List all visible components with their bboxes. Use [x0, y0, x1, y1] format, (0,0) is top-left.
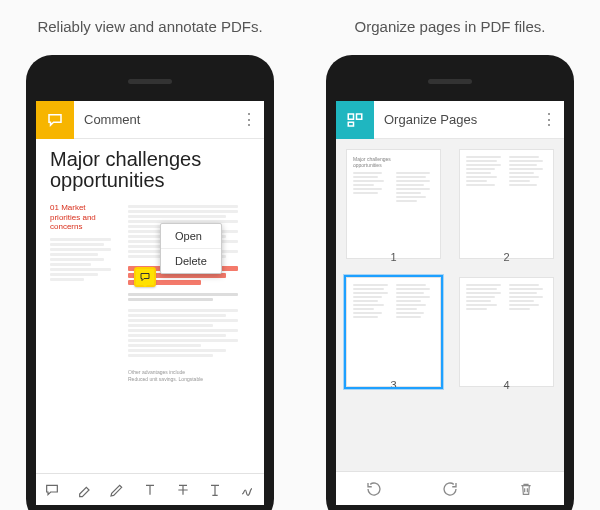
overflow-menu-icon[interactable]: ⋮	[534, 110, 564, 129]
page-thumbnail[interactable]	[459, 149, 554, 259]
organize-toolbar	[336, 471, 564, 505]
page-thumbnail[interactable]: Major challenges opportunities	[346, 149, 441, 259]
phone-frame-right: Organize Pages ⋮ Major challenges opport…	[326, 55, 574, 510]
organize-mode-icon[interactable]	[336, 101, 374, 139]
phone-frame-left: Comment ⋮ 1 Major challenges opportuniti…	[26, 55, 274, 510]
menu-item-open[interactable]: Open	[161, 224, 221, 248]
annotation-context-menu: Open Delete	[160, 223, 222, 274]
thumb-title: Major challenges opportunities	[353, 156, 434, 168]
rotate-cw-icon[interactable]	[412, 472, 488, 505]
delete-page-icon[interactable]	[488, 472, 564, 505]
screen-organize: Organize Pages ⋮ Major challenges opport…	[336, 101, 564, 505]
tool-signature-icon[interactable]	[231, 474, 264, 505]
intro-paragraph	[50, 238, 118, 281]
topbar-title: Organize Pages	[374, 112, 534, 127]
strikethrough-text[interactable]	[128, 293, 250, 301]
page-number-label: 2	[459, 251, 554, 263]
screen-comment: Comment ⋮ 1 Major challenges opportuniti…	[36, 101, 264, 505]
topbar-organize: Organize Pages ⋮	[336, 101, 564, 139]
comment-mode-icon[interactable]	[36, 101, 74, 139]
menu-item-delete[interactable]: Delete	[161, 248, 221, 273]
doc-heading: Major challenges opportunities	[50, 149, 250, 191]
sticky-note-icon[interactable]	[134, 267, 156, 287]
tool-text-icon[interactable]	[134, 474, 167, 505]
phone-speaker	[128, 79, 172, 84]
page-number-label: 1	[346, 251, 441, 263]
caption-organize: Organize pages in PDF files.	[300, 0, 600, 49]
organize-canvas: Major challenges opportunities 1	[336, 139, 564, 471]
topbar-comment: Comment ⋮	[36, 101, 264, 139]
topbar-title: Comment	[74, 112, 234, 127]
tool-strikethrough-icon[interactable]	[166, 474, 199, 505]
phone-speaker	[428, 79, 472, 84]
rotate-ccw-icon[interactable]	[336, 472, 412, 505]
page-thumbnail-selected[interactable]	[346, 277, 441, 387]
footnotes: Other advantages include Reduced unit sa…	[128, 369, 250, 383]
page-thumbnail[interactable]	[459, 277, 554, 387]
svg-rect-1	[357, 114, 362, 119]
tool-sticky-note-icon[interactable]	[36, 474, 69, 505]
tool-underline-icon[interactable]	[199, 474, 232, 505]
page-number-label: 4	[459, 379, 554, 391]
svg-rect-2	[348, 122, 353, 126]
tool-highlight-icon[interactable]	[69, 474, 102, 505]
svg-rect-0	[348, 114, 353, 119]
section-heading: 01 Market priorities and concerns	[50, 203, 118, 232]
annotation-toolbar	[36, 473, 264, 505]
document-page[interactable]: Major challenges opportunities 01 Market…	[36, 139, 264, 473]
page-number-label: 3	[346, 379, 441, 391]
overflow-menu-icon[interactable]: ⋮	[234, 110, 264, 129]
caption-annotate: Reliably view and annotate PDFs.	[0, 0, 300, 49]
tool-draw-icon[interactable]	[101, 474, 134, 505]
